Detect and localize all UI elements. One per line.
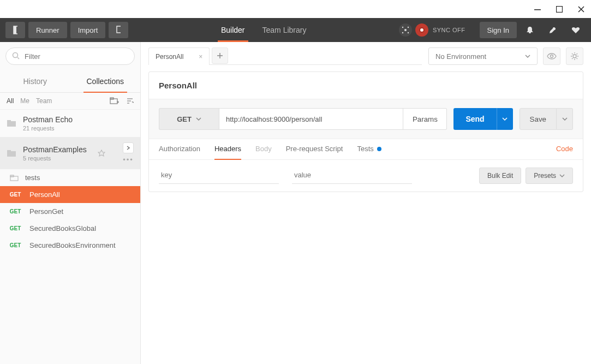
svg-rect-1: [557, 6, 563, 12]
request-item-securedbooksenvironment[interactable]: GET SecuredBooksEnvironment: [0, 237, 140, 254]
svg-point-13: [408, 32, 409, 33]
environment-settings-button[interactable]: [566, 47, 583, 65]
environment-quicklook-button[interactable]: [543, 47, 560, 65]
svg-rect-24: [7, 121, 16, 127]
subfolder-name: tests: [25, 174, 40, 182]
method-badge: GET: [8, 225, 23, 231]
filter-all[interactable]: All: [7, 97, 14, 105]
chevron-down-icon: [559, 174, 565, 177]
collection-title: Postman Echo: [23, 115, 73, 124]
collection-postman-echo[interactable]: Postman Echo 21 requests: [0, 110, 140, 137]
svg-rect-5: [14, 26, 16, 34]
url-input[interactable]: [219, 108, 403, 130]
tab-headers[interactable]: Headers: [214, 145, 241, 159]
sidebar-tab-collections[interactable]: Collections: [70, 70, 141, 92]
sidebar: History Collections All Me Team Postman …: [0, 42, 141, 364]
tab-prerequest[interactable]: Pre-request Script: [286, 145, 343, 159]
subfolder-tests[interactable]: tests: [0, 169, 140, 186]
presets-label: Presets: [534, 172, 556, 180]
runner-button[interactable]: Runner: [28, 22, 67, 38]
presets-button[interactable]: Presets: [526, 168, 573, 184]
bulk-edit-button[interactable]: Bulk Edit: [479, 168, 521, 184]
tab-body[interactable]: Body: [255, 145, 272, 159]
request-name: SecuredBooksGlobal: [29, 224, 96, 232]
new-tab-icon: [116, 26, 121, 34]
request-item-personall[interactable]: GET PersonAll: [0, 186, 140, 203]
request-name: PersonGet: [29, 207, 63, 216]
svg-point-12: [402, 32, 403, 33]
eye-icon: [547, 53, 557, 59]
svg-rect-14: [529, 32, 531, 33]
sidebar-tab-history[interactable]: History: [0, 70, 70, 92]
environment-select[interactable]: No Environment: [428, 47, 538, 65]
request-name: SecuredBooksEnvironment: [29, 241, 116, 249]
svg-rect-27: [7, 150, 11, 152]
gear-icon: [570, 52, 579, 61]
folder-icon: [7, 120, 16, 127]
environment-label: No Environment: [435, 52, 486, 61]
send-dropdown-button[interactable]: [497, 108, 513, 130]
tab-builder[interactable]: Builder: [212, 18, 254, 42]
new-tab-button[interactable]: [109, 22, 128, 38]
interceptor-icon[interactable]: [399, 23, 412, 37]
more-icon[interactable]: •••: [123, 156, 134, 164]
search-icon: [12, 52, 20, 59]
filter-team[interactable]: Team: [36, 97, 52, 105]
toggle-sidebar-button[interactable]: [5, 22, 25, 38]
minimize-icon[interactable]: [534, 6, 541, 13]
import-button[interactable]: Import: [70, 22, 106, 38]
close-icon[interactable]: ×: [199, 53, 202, 61]
sync-icon: [415, 23, 428, 37]
svg-point-32: [551, 55, 553, 58]
tab-team-library[interactable]: Team Library: [254, 18, 315, 42]
request-item-securedbooksglobal[interactable]: GET SecuredBooksGlobal: [0, 220, 140, 237]
chevron-down-icon: [502, 117, 508, 121]
heart-icon[interactable]: [566, 22, 586, 38]
method-badge: GET: [8, 208, 23, 214]
tab-tests[interactable]: Tests: [357, 145, 381, 159]
close-icon[interactable]: [578, 6, 584, 13]
chevron-down-icon: [562, 117, 568, 121]
svg-rect-26: [7, 151, 16, 157]
expand-icon[interactable]: [123, 142, 134, 153]
add-tab-button[interactable]: [212, 47, 228, 64]
top-toolbar: Runner Import Builder Team Library SYNC …: [0, 18, 591, 42]
notifications-icon[interactable]: [520, 22, 540, 38]
star-icon[interactable]: [98, 150, 105, 157]
collection-count: 5 requests: [23, 155, 87, 162]
method-select[interactable]: GET: [159, 108, 219, 130]
header-key-input[interactable]: [159, 168, 279, 184]
method-badge: GET: [8, 242, 23, 248]
send-button[interactable]: Send: [453, 108, 496, 130]
tab-authorization[interactable]: Authorization: [159, 145, 200, 159]
collection-title: PostmanExamples: [23, 145, 87, 154]
indicator-dot-icon: [377, 147, 381, 151]
settings-icon[interactable]: [543, 22, 563, 38]
sync-label: SYNC OFF: [433, 27, 465, 33]
request-title: PersonAll: [149, 72, 583, 99]
new-collection-icon[interactable]: [110, 97, 120, 105]
sign-in-button[interactable]: Sign In: [480, 22, 517, 38]
request-tab[interactable]: PersonAll ×: [148, 47, 210, 65]
collection-postman-examples[interactable]: PostmanExamples 5 requests •••: [0, 137, 140, 169]
plus-icon: [217, 52, 223, 59]
sync-status[interactable]: SYNC OFF: [415, 23, 465, 37]
svg-rect-6: [117, 26, 121, 33]
save-dropdown-button[interactable]: [557, 108, 573, 130]
svg-rect-25: [7, 120, 11, 122]
save-button[interactable]: Save: [520, 108, 557, 130]
sort-icon[interactable]: [126, 97, 134, 105]
collection-count: 21 requests: [23, 125, 73, 132]
params-button[interactable]: Params: [403, 108, 447, 130]
folder-icon: [7, 150, 16, 157]
filter-me[interactable]: Me: [20, 97, 29, 105]
request-name: PersonAll: [29, 190, 60, 199]
code-link[interactable]: Code: [556, 145, 573, 159]
folder-outline-icon: [10, 175, 19, 181]
request-item-personget[interactable]: GET PersonGet: [0, 203, 140, 220]
maximize-icon[interactable]: [556, 6, 563, 13]
filter-input[interactable]: [5, 47, 135, 65]
svg-point-10: [402, 27, 403, 28]
header-value-input[interactable]: [292, 168, 412, 184]
svg-rect-0: [534, 9, 541, 10]
